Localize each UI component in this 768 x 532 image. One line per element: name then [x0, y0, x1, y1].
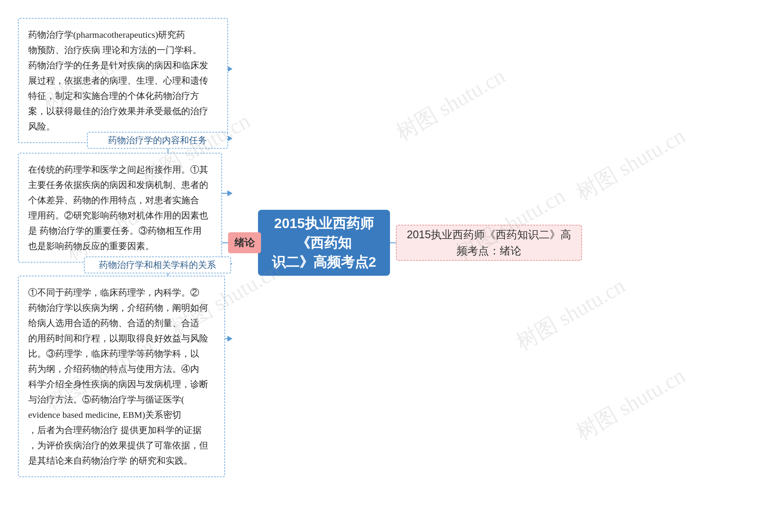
right-node-text: 2015执业西药师《西药知识二》高频考点：绪论 — [407, 227, 571, 259]
center-node-text: 2015执业西药师《西药知识二》高频考点2 — [258, 211, 390, 275]
center-node: 2015执业西药师《西药知识二》高频考点2 — [258, 210, 390, 276]
watermark-10: 树图 shutu.cn — [571, 361, 690, 447]
watermark-8: 树图 shutu.cn — [511, 271, 630, 357]
label-node-1-text: 药物治疗学的内容和任务 — [108, 134, 207, 147]
watermark-9: 树图 shutu.cn — [571, 121, 690, 207]
svg-marker-10 — [228, 66, 233, 72]
svg-marker-11 — [228, 135, 233, 141]
lun-node: 绪论 — [228, 232, 261, 253]
lun-node-text: 绪论 — [234, 236, 255, 250]
label-node-2: 药物治疗学和相关学科的关系 — [84, 257, 231, 273]
label-node-1: 药物治疗学的内容和任务 — [87, 132, 228, 149]
box-3: ①不同于药理学，临床药理学，内科学。②药物治疗学以疾病为纲，介绍药物，阐明如何给… — [18, 276, 225, 477]
watermark-6: 树图 shutu.cn — [391, 61, 510, 147]
box-2-text: 在传统的药理学和医学之间起衔接作用。①其主要任务依据疾病的病因和发病机制、患者的… — [28, 162, 212, 254]
right-node: 2015执业西药师《西药知识二》高频考点：绪论 — [396, 225, 582, 261]
box-1: 药物治疗学(pharmacotherapeutics)研究药物预防、治疗疾病 理… — [18, 18, 228, 143]
svg-marker-14 — [228, 336, 233, 342]
label-node-2-text: 药物治疗学和相关学科的关系 — [99, 259, 216, 271]
box-1-text: 药物治疗学(pharmacotherapeutics)研究药物预防、治疗疾病 理… — [28, 27, 218, 134]
svg-marker-12 — [228, 190, 233, 196]
box-2: 在传统的药理学和医学之间起衔接作用。①其主要任务依据疾病的病因和发病机制、患者的… — [18, 153, 222, 263]
canvas: 树图 shutu.cn 树图 shutu.cn 树图 shutu.cn 树图 s… — [0, 0, 768, 532]
box-3-text: ①不同于药理学，临床药理学，内科学。②药物治疗学以疾病为纲，介绍药物，阐明如何给… — [28, 285, 215, 468]
